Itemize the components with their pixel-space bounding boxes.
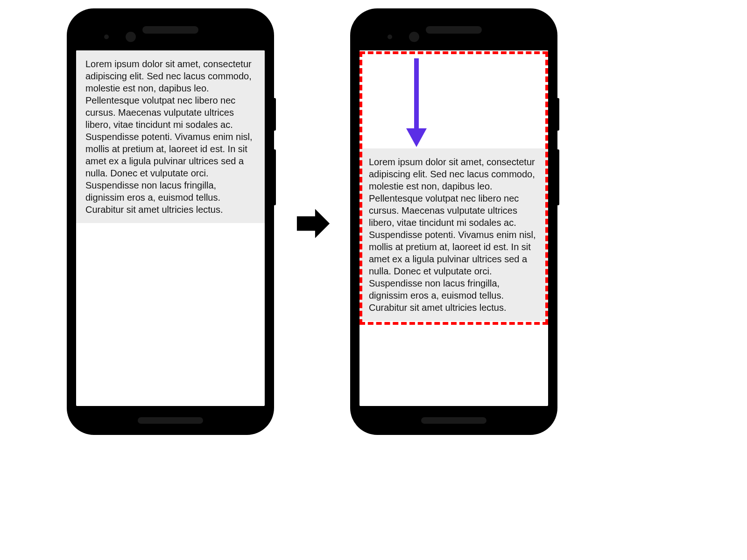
phone-screen: Lorem ipsum dolor sit amet, consectetur … (76, 50, 265, 406)
phone-statusbar (359, 18, 548, 50)
power-button (273, 98, 276, 131)
front-camera (126, 32, 136, 42)
phone-after: Lorem ipsum dolor sit amet, consectetur … (351, 9, 557, 434)
svg-marker-0 (297, 209, 330, 238)
diagram-canvas: Lorem ipsum dolor sit amet, consectetur … (0, 0, 747, 560)
content-paragraph: Lorem ipsum dolor sit amet, consectetur … (76, 50, 265, 223)
front-camera (409, 32, 419, 42)
content-paragraph: Lorem ipsum dolor sit amet, consectetur … (359, 148, 548, 321)
phone-screen: Lorem ipsum dolor sit amet, consectetur … (359, 50, 548, 406)
speaker-grille (142, 26, 198, 34)
volume-button (273, 149, 276, 205)
phone-before: Lorem ipsum dolor sit amet, consectetur … (68, 9, 273, 434)
sensor-dot (104, 35, 109, 39)
transition-arrow-icon (295, 205, 331, 244)
bottom-speaker (421, 417, 486, 424)
phone-statusbar (76, 18, 265, 50)
power-button (557, 98, 559, 131)
sensor-dot (388, 35, 392, 39)
speaker-grille (426, 26, 482, 34)
volume-button (557, 149, 559, 205)
bottom-speaker (138, 417, 203, 424)
svg-marker-2 (406, 128, 427, 147)
scroll-direction-arrow-icon (402, 56, 430, 151)
scrolled-whitespace (359, 50, 548, 148)
